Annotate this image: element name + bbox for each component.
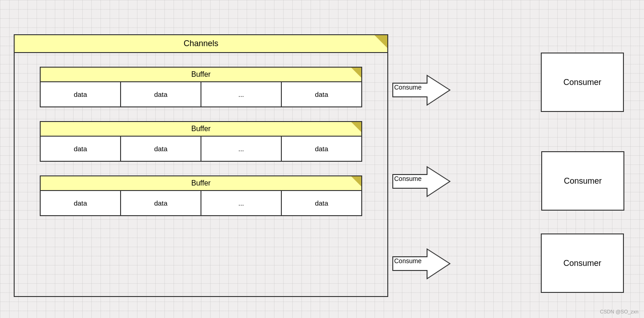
data-cell-2-3: ...	[201, 137, 282, 161]
buffer-box-1: Buffer data data ... data	[40, 67, 362, 107]
consume-label-2: Consume	[394, 175, 422, 182]
channels-header: Channels	[15, 35, 387, 53]
data-cell-1-2: data	[121, 82, 201, 106]
data-cell-3-4: data	[282, 191, 361, 215]
consumer-label-3: Consumer	[563, 259, 601, 268]
consume-arrow-1: Consume	[391, 73, 454, 109]
data-cell-2-4: data	[282, 137, 361, 161]
data-cell-2-2: data	[121, 137, 201, 161]
buffer-header-3: Buffer	[41, 176, 361, 191]
data-row-3: data data ... data	[41, 191, 361, 215]
data-cell-2-1: data	[41, 137, 121, 161]
consumer-box-3: Consumer	[541, 233, 624, 293]
buffer-box-3: Buffer data data ... data	[40, 175, 362, 216]
consume-arrow-3: Consume	[391, 247, 454, 283]
data-row-1: data data ... data	[41, 82, 361, 106]
data-row-2: data data ... data	[41, 137, 361, 161]
consumer-box-2: Consumer	[541, 151, 624, 211]
consumer-box-1: Consumer	[541, 53, 624, 112]
watermark: CSDN @SO_zxn	[600, 309, 639, 314]
consumer-label-1: Consumer	[563, 78, 601, 87]
data-cell-3-2: data	[121, 191, 201, 215]
data-cell-3-3: ...	[201, 191, 282, 215]
consumer-label-2: Consumer	[564, 176, 602, 186]
buffers-area: Buffer data data ... data Buffer data da…	[15, 58, 387, 225]
buffer-header-2: Buffer	[41, 122, 361, 137]
data-cell-3-1: data	[41, 191, 121, 215]
buffer-header-1: Buffer	[41, 68, 361, 82]
data-cell-1-1: data	[41, 82, 121, 106]
buffer-box-2: Buffer data data ... data	[40, 121, 362, 162]
data-cell-1-3: ...	[201, 82, 282, 106]
consume-arrow-2: Consume	[391, 164, 454, 201]
consume-label-3: Consume	[394, 257, 422, 265]
data-cell-1-4: data	[282, 82, 361, 106]
consume-label-1: Consume	[394, 84, 422, 91]
channels-container: Channels Buffer data data ... data Buffe…	[14, 34, 388, 297]
channels-title: Channels	[184, 39, 218, 48]
